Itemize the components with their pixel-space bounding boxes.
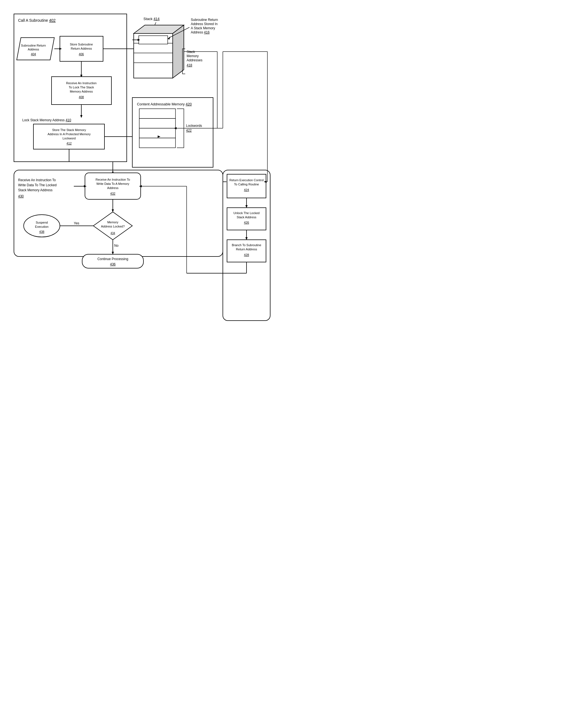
svg-rect-58	[139, 138, 176, 148]
svg-rect-74	[227, 208, 266, 230]
svg-text:426: 426	[244, 221, 249, 224]
svg-text:Suspend: Suspend	[36, 221, 48, 224]
svg-text:Return Address: Return Address	[236, 247, 257, 251]
svg-text:Addresses: Addresses	[187, 58, 203, 62]
svg-text:Receive An Instruction To: Receive An Instruction To	[18, 178, 56, 182]
svg-text:Stack Memory Address: Stack Memory Address	[18, 188, 52, 192]
svg-text:Subroutine Return: Subroutine Return	[21, 44, 46, 47]
svg-text:434: 434	[111, 232, 115, 235]
svg-marker-66	[174, 127, 177, 129]
svg-rect-0	[14, 14, 127, 162]
svg-text:Store Subroutine: Store Subroutine	[70, 43, 93, 46]
svg-text:Unlock The Locked: Unlock The Locked	[233, 211, 260, 215]
svg-marker-2	[17, 38, 54, 60]
svg-text:406: 406	[79, 53, 84, 56]
svg-marker-102	[93, 212, 132, 240]
svg-marker-35	[173, 25, 184, 78]
svg-marker-125	[112, 172, 114, 173]
svg-rect-90	[14, 170, 223, 257]
svg-text:Memory: Memory	[187, 54, 198, 58]
svg-text:Branch To Subroutine: Branch To Subroutine	[232, 243, 261, 247]
svg-rect-116	[82, 254, 143, 268]
svg-marker-79	[246, 237, 248, 240]
svg-marker-73	[246, 205, 248, 208]
svg-text:Execution: Execution	[35, 225, 48, 228]
svg-text:Lock Stack Memory Address 410: Lock Stack Memory Address 410	[22, 118, 71, 122]
svg-text:Return Execution Control: Return Execution Control	[229, 178, 264, 182]
svg-text:436: 436	[110, 262, 116, 266]
svg-text:418: 418	[187, 63, 192, 67]
svg-text:Lockword: Lockword	[62, 137, 75, 140]
svg-text:Content Addressable Memory 420: Content Addressable Memory 420	[137, 102, 192, 106]
svg-rect-16	[51, 77, 111, 105]
svg-marker-89	[264, 181, 266, 183]
svg-text:Address: Address	[28, 48, 39, 51]
svg-text:432: 432	[110, 192, 115, 195]
svg-text:Lockwords: Lockwords	[186, 124, 202, 128]
svg-text:Receive An Instruction To: Receive An Instruction To	[96, 178, 130, 181]
svg-rect-57	[139, 128, 176, 138]
svg-rect-68	[227, 174, 266, 198]
svg-rect-33	[134, 33, 173, 78]
svg-text:Call A Subroutine 402: Call A Subroutine 402	[18, 18, 56, 23]
svg-text:Stack Address: Stack Address	[237, 215, 257, 219]
svg-marker-15	[142, 48, 144, 50]
svg-point-109	[24, 215, 60, 237]
svg-rect-56	[139, 119, 176, 128]
svg-marker-34	[134, 25, 184, 33]
svg-text:A Stack Memory: A Stack Memory	[191, 26, 215, 30]
svg-text:Address Stored In: Address Stored In	[191, 22, 218, 26]
svg-text:Write Data To A Memory: Write Data To A Memory	[97, 182, 130, 186]
svg-marker-32	[148, 33, 151, 36]
svg-text:Continue Processing: Continue Processing	[98, 257, 128, 261]
svg-marker-115	[112, 252, 114, 255]
svg-text:Memory Address: Memory Address	[70, 90, 93, 93]
svg-rect-6	[60, 36, 103, 61]
svg-text:Memory: Memory	[107, 221, 118, 224]
svg-text:412: 412	[67, 142, 72, 145]
svg-rect-24	[33, 124, 105, 149]
flowchart-diagram: Call A Subroutine 402 Subroutine Return …	[6, 6, 273, 335]
svg-marker-30	[158, 135, 160, 138]
svg-marker-22	[80, 115, 82, 118]
svg-text:Address Locked?: Address Locked?	[101, 225, 125, 228]
svg-text:424: 424	[244, 188, 249, 192]
svg-text:Stack: Stack	[187, 50, 195, 54]
svg-text:408: 408	[79, 95, 84, 99]
svg-text:Address: Address	[107, 186, 119, 190]
svg-marker-101	[112, 209, 114, 212]
svg-marker-108	[55, 225, 58, 227]
svg-text:No: No	[114, 244, 119, 247]
svg-marker-41	[138, 39, 140, 41]
svg-marker-51	[168, 36, 170, 40]
svg-marker-128	[84, 185, 87, 187]
svg-text:Address 416: Address 416	[191, 30, 210, 34]
svg-text:Yes: Yes	[74, 221, 79, 225]
svg-text:422: 422	[186, 129, 192, 132]
svg-text:Store The Stack Memory: Store The Stack Memory	[52, 128, 86, 132]
svg-text:Write Data To The Locked: Write Data To The Locked	[18, 183, 57, 187]
svg-text:438: 438	[39, 230, 44, 233]
svg-text:428: 428	[244, 253, 249, 257]
svg-marker-11	[59, 48, 62, 50]
svg-line-50	[169, 27, 189, 38]
svg-marker-13	[80, 75, 82, 77]
svg-text:Receive An Instruction: Receive An Instruction	[66, 81, 97, 85]
svg-marker-121	[139, 185, 142, 187]
svg-marker-61	[158, 135, 160, 138]
svg-text:To Calling Routine: To Calling Routine	[234, 182, 259, 186]
svg-text:Subroutine Return: Subroutine Return	[191, 18, 218, 22]
svg-text:Stack 414: Stack 414	[143, 17, 159, 21]
svg-rect-39	[139, 36, 168, 44]
svg-text:430: 430	[18, 194, 24, 198]
svg-rect-95	[85, 173, 141, 199]
svg-rect-53	[132, 98, 213, 167]
svg-text:Address In A Protected Memory: Address In A Protected Memory	[48, 132, 91, 136]
svg-text:Return Address: Return Address	[71, 47, 92, 50]
svg-text:404: 404	[31, 53, 36, 56]
svg-rect-67	[223, 170, 270, 321]
svg-text:To Lock The Stack: To Lock The Stack	[69, 86, 94, 89]
svg-rect-55	[139, 109, 176, 119]
svg-rect-80	[227, 240, 266, 262]
